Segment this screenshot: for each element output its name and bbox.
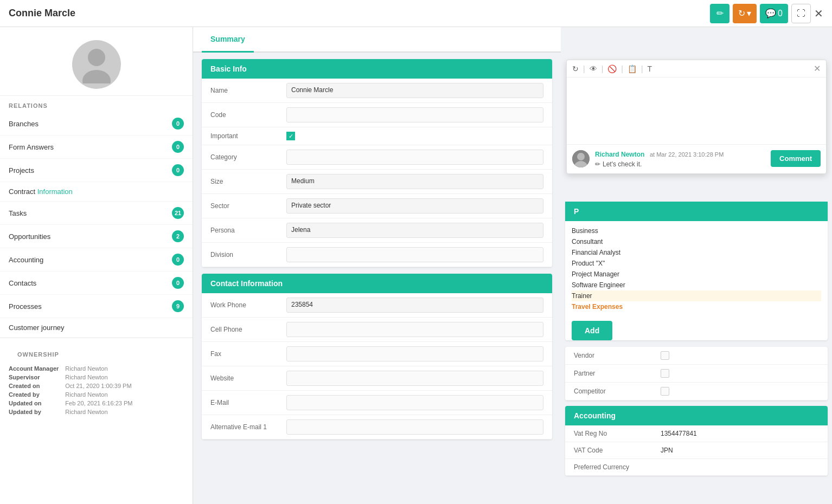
field-category-value[interactable] xyxy=(286,150,543,165)
field-email-value[interactable] xyxy=(286,395,543,410)
svg-point-0 xyxy=(88,49,105,66)
avatar-section xyxy=(0,27,193,96)
contact-info-header: Contact Information xyxy=(202,274,552,293)
comment-toolbar: ↻ | 👁 | 🚫 | 📋 | T ✕ xyxy=(567,60,826,77)
sidebar-badge-tasks: 21 xyxy=(172,207,184,219)
pricelist-list: Business Consultant Financial Analyst Pr… xyxy=(565,221,828,316)
field-website-label: Website xyxy=(210,374,286,382)
sidebar-item-accounting[interactable]: Accounting 0 xyxy=(0,248,193,272)
basic-info-body: Name Connie Marcle Code Important ✓ Cate… xyxy=(202,79,552,267)
field-division-value[interactable] xyxy=(286,247,543,262)
tabs-bar: Summary xyxy=(193,27,561,53)
edit-icon: ✏ xyxy=(716,8,724,18)
field-work-phone: Work Phone 235854 xyxy=(202,293,552,318)
sidebar-item-opportunities[interactable]: Opportunities 2 xyxy=(0,225,193,248)
toolbar-copy-btn[interactable]: 📋 xyxy=(628,64,637,73)
activity-button[interactable]: ↻ ▾ xyxy=(733,4,757,23)
field-cell-phone-value[interactable] xyxy=(286,322,543,337)
comment-textarea[interactable] xyxy=(567,77,826,143)
list-item-consultant: Consultant xyxy=(572,236,821,247)
field-name: Name Connie Marcle xyxy=(202,79,552,103)
ownership-grid: Account Manager Richard Newton Superviso… xyxy=(9,365,184,415)
sidebar-item-contract-information[interactable]: Contract Information xyxy=(0,182,193,202)
field-persona-value[interactable]: Jelena xyxy=(286,223,543,238)
field-persona: Persona Jelena xyxy=(202,218,552,243)
edit-button[interactable]: ✏ xyxy=(710,4,729,23)
vendor-label: Vendor xyxy=(574,352,661,359)
comment-close-button[interactable]: ✕ xyxy=(814,63,821,74)
sidebar-item-branches[interactable]: Branches 0 xyxy=(0,112,193,135)
sidebar-item-form-answers[interactable]: Form Answers 0 xyxy=(0,135,193,159)
updated-on-key: Updated on xyxy=(9,400,59,406)
list-item-business: Business xyxy=(572,225,821,236)
comment-popup: ↻ | 👁 | 🚫 | 📋 | T ✕ xyxy=(566,60,827,174)
toolbar-text-btn[interactable]: T xyxy=(648,64,652,73)
sidebar-item-customer-journey[interactable]: Customer journey xyxy=(0,318,193,338)
toolbar-nocomment-btn[interactable]: 🚫 xyxy=(607,64,617,73)
close-button[interactable]: ✕ xyxy=(814,7,823,20)
tab-summary[interactable]: Summary xyxy=(202,27,254,53)
field-important-checkbox[interactable]: ✓ xyxy=(286,132,295,140)
toolbar-eye-btn[interactable]: 👁 xyxy=(590,64,597,73)
fullscreen-button[interactable]: ⛶ xyxy=(791,4,811,23)
toolbar-sep-2: | xyxy=(601,64,604,73)
account-manager-key: Account Manager xyxy=(9,365,59,372)
edit-pencil-icon: ✏ xyxy=(595,160,600,168)
field-cell-phone-label: Cell Phone xyxy=(210,326,286,333)
sidebar-item-contacts[interactable]: Contacts 0 xyxy=(0,272,193,295)
toolbar-sep-1: | xyxy=(583,64,585,73)
toolbar-refresh-btn[interactable]: ↻ xyxy=(572,64,579,73)
accounting-body: Vat Reg No 1354477841 VAT Code JPN Prefe… xyxy=(565,425,828,476)
basic-info-card: Basic Info Name Connie Marcle Code Impor… xyxy=(202,59,552,267)
add-button[interactable]: Add xyxy=(572,321,612,340)
field-website-value[interactable] xyxy=(286,371,543,386)
field-code-value[interactable] xyxy=(286,107,543,122)
field-important: Important ✓ xyxy=(202,127,552,145)
sidebar-item-label-processes: Processes xyxy=(9,302,172,311)
contact-info-card: Contact Information Work Phone 235854 Ce… xyxy=(202,274,552,440)
sidebar-item-label-accounting: Accounting xyxy=(9,256,172,264)
comment-footer: Richard Newton at Mar 22, 2021 3:10:28 P… xyxy=(567,144,826,173)
field-code-label: Code xyxy=(210,111,286,119)
field-alt-email-value[interactable] xyxy=(286,419,543,435)
field-size-label: Size xyxy=(210,178,286,185)
partner-checkbox[interactable] xyxy=(661,369,669,378)
sidebar-item-label-projects: Projects xyxy=(9,166,172,175)
sidebar-item-projects[interactable]: Projects 0 xyxy=(0,159,193,182)
right-panel: ↻ | 👁 | 🚫 | 📋 | T ✕ xyxy=(561,27,832,504)
competitor-checkbox[interactable] xyxy=(661,387,669,396)
sidebar: RELATIONS Branches 0 Form Answers 0 Proj… xyxy=(0,27,193,504)
competitor-label: Competitor xyxy=(574,387,661,395)
field-fax-value[interactable] xyxy=(286,346,543,361)
field-sector-value[interactable]: Private sector xyxy=(286,198,543,214)
close-icon: ✕ xyxy=(814,8,823,20)
list-item-project-manager: Project Manager xyxy=(572,269,821,280)
chat-icon: 💬 xyxy=(765,8,776,18)
sidebar-item-label-tasks: Tasks xyxy=(9,209,172,217)
chat-button[interactable]: 💬 0 xyxy=(760,4,788,23)
comment-submit-button[interactable]: Comment xyxy=(771,150,821,167)
field-name-value[interactable]: Connie Marcle xyxy=(286,83,543,98)
field-work-phone-value[interactable]: 235854 xyxy=(286,298,543,313)
sidebar-item-label-branches: Branches xyxy=(9,120,172,128)
vat-reg-val: 1354477841 xyxy=(661,430,819,437)
sidebar-badge-contacts: 0 xyxy=(172,277,184,289)
comment-text: ✏ Let's check it. xyxy=(595,160,765,168)
content-area: Summary Basic Info Name Connie Marcle Co… xyxy=(193,27,561,504)
comment-date: at Mar 22, 2021 3:10:28 PM xyxy=(650,151,724,158)
sidebar-item-tasks[interactable]: Tasks 21 xyxy=(0,202,193,225)
sidebar-item-processes[interactable]: Processes 9 xyxy=(0,295,193,318)
vp-body: Vendor Partner Competitor xyxy=(565,347,828,400)
topbar: Connie Marcle ✏ ↻ ▾ 💬 0 ⛶ ✕ xyxy=(0,0,832,27)
sidebar-item-label-opportunities: Opportunities xyxy=(9,232,172,241)
vendor-checkbox[interactable] xyxy=(661,351,669,360)
field-sector: Sector Private sector xyxy=(202,194,552,218)
preferred-currency-label: Preferred Currency xyxy=(574,463,661,471)
relations-list: Branches 0 Form Answers 0 Projects 0 Con… xyxy=(0,112,193,338)
field-size-value[interactable]: Medium xyxy=(286,174,543,189)
fullscreen-icon: ⛶ xyxy=(797,9,805,18)
accounting-row-vat-reg: Vat Reg No 1354477841 xyxy=(565,425,828,442)
vat-code-val: JPN xyxy=(661,447,819,454)
main-layout: RELATIONS Branches 0 Form Answers 0 Proj… xyxy=(0,27,832,504)
list-item-trainer: Trainer xyxy=(572,290,821,301)
